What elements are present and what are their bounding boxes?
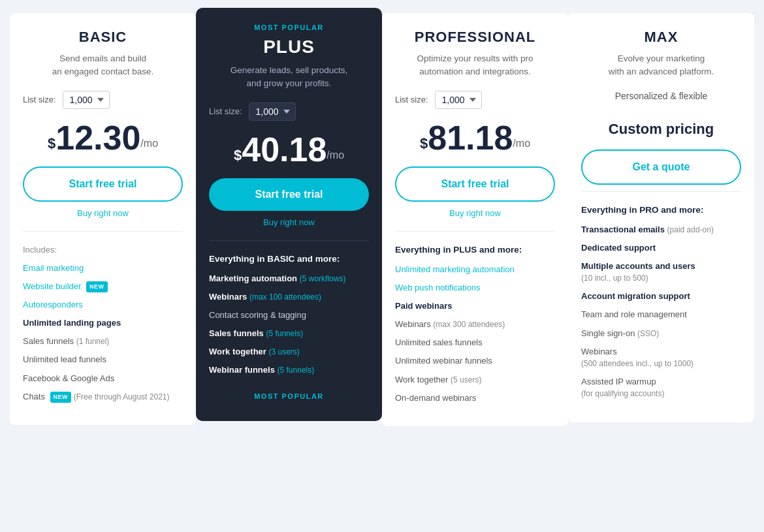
plan-professional-buy-link[interactable]: Buy right now bbox=[395, 208, 555, 218]
plan-basic-price-row: $ 12.30 /mo bbox=[23, 121, 183, 155]
plan-basic-buy-link[interactable]: Buy right now bbox=[23, 208, 183, 218]
plan-basic-includes-label: Includes: bbox=[23, 245, 183, 255]
feature-pro-push-link[interactable]: Web push notifications bbox=[395, 283, 481, 292]
plan-max-divider bbox=[581, 191, 741, 192]
plan-plus-listsize-select[interactable]: 1,000 2,500 5,000 bbox=[249, 102, 296, 121]
plan-basic-cta-button[interactable]: Start free trial bbox=[23, 166, 183, 202]
plan-basic-listsize-row: List size: 1,000 2,500 5,000 bbox=[23, 91, 183, 109]
plan-plus-listsize-row: List size: 1,000 2,500 5,000 bbox=[209, 102, 369, 121]
feature-basic-landing-pages-text: Unlimited landing pages bbox=[23, 318, 121, 328]
feature-basic-email-link[interactable]: Email marketing bbox=[23, 263, 84, 273]
feature-basic-chats-text: Chats bbox=[23, 392, 45, 401]
feature-max-webinars-sub: (500 attendees incl., up to 1000) bbox=[581, 359, 693, 368]
feature-plus-work-together: Work together (3 users) bbox=[209, 346, 369, 358]
plan-basic: BASIC Send emails and buildan engaged co… bbox=[10, 13, 196, 425]
feature-plus-work-together-text: Work together bbox=[209, 347, 266, 356]
feature-basic-chats: Chats NEW (Free through August 2021) bbox=[23, 391, 183, 403]
plan-max-personalized: Personalized & flexible bbox=[581, 91, 741, 101]
plan-professional-listsize-row: List size: 1,000 2,500 5,000 bbox=[395, 91, 555, 109]
feature-basic-chats-extra: (Free through August 2021) bbox=[74, 392, 170, 401]
feature-max-transactional: Transactional emails (paid add-on) bbox=[581, 224, 741, 236]
feature-basic-sales-funnels: Sales funnels (1 funnel) bbox=[23, 336, 183, 347]
plan-professional-desc: Optimize your results with proautomation… bbox=[395, 52, 555, 79]
plan-professional: PROFESSIONAL Optimize your results with … bbox=[382, 13, 568, 426]
feature-pro-push: Web push notifications bbox=[395, 282, 555, 294]
feature-max-ip-warmup: Assisted IP warmup (for qualifying accou… bbox=[581, 376, 741, 399]
feature-plus-webinar-funnels-text: Webinar funnels bbox=[209, 365, 275, 375]
plan-basic-desc: Send emails and buildan engaged contact … bbox=[23, 52, 183, 79]
feature-basic-lead-funnels: Unlimited lead funnels bbox=[23, 354, 183, 366]
feature-pro-unlimited-auto-link[interactable]: Unlimited marketing automation bbox=[395, 264, 515, 274]
plan-professional-includes-label: Everything in PLUS and more: bbox=[395, 245, 555, 255]
plan-basic-divider bbox=[23, 231, 183, 232]
plan-plus-price-amount: 40.18 bbox=[242, 133, 326, 166]
feature-plus-marketing-auto-text: Marketing automation bbox=[209, 274, 297, 283]
plan-plus: MOST POPULAR PLUS Generate leads, sell p… bbox=[196, 8, 382, 421]
plan-max-name: MAX bbox=[581, 29, 741, 46]
feature-plus-webinar-funnels-muted: (5 funnels) bbox=[278, 366, 315, 375]
plan-basic-listsize-label: List size: bbox=[23, 95, 56, 104]
plan-professional-name: PROFESSIONAL bbox=[395, 29, 555, 46]
plan-basic-price-period: /mo bbox=[140, 138, 158, 149]
feature-max-multiple-accounts: Multiple accounts and users (10 incl., u… bbox=[581, 260, 741, 284]
feature-basic-autoresponders: Autoresponders bbox=[23, 299, 183, 311]
feature-basic-fb-google-ads: Facebook & Google Ads bbox=[23, 373, 183, 384]
feature-basic-website-builder-link[interactable]: Website builder bbox=[23, 281, 81, 291]
feature-max-sso-muted: (SSO) bbox=[637, 329, 659, 338]
feature-max-dedicated-support: Dedicated support bbox=[581, 242, 741, 254]
plan-professional-price-amount: 81.18 bbox=[428, 121, 513, 155]
feature-pro-webinars-muted: (max 300 attendees) bbox=[433, 320, 505, 329]
feature-max-transactional-muted: (paid add-on) bbox=[667, 225, 714, 234]
feature-plus-webinars-muted: (max 100 attendees) bbox=[249, 292, 321, 302]
plan-plus-price-row: $ 40.18 /mo bbox=[209, 133, 369, 166]
feature-basic-chats-badge: NEW bbox=[50, 392, 72, 403]
plan-max-includes-label: Everything in PRO and more: bbox=[581, 205, 741, 215]
feature-max-team-role: Team and role management bbox=[581, 309, 741, 321]
plan-plus-name: PLUS bbox=[209, 37, 369, 57]
feature-pro-paid-webinars-text: Paid webinars bbox=[395, 301, 452, 311]
plan-plus-cta-button[interactable]: Start free trial bbox=[209, 178, 369, 211]
feature-max-dedicated-support-text: Dedicated support bbox=[581, 243, 656, 253]
plan-max: MAX Evolve your marketingwith an advance… bbox=[568, 13, 754, 422]
plan-plus-includes-label: Everything in BASIC and more: bbox=[209, 254, 369, 264]
feature-max-webinars: Webinars (500 attendees incl., up to 100… bbox=[581, 346, 741, 369]
plan-plus-buy-link[interactable]: Buy right now bbox=[209, 217, 369, 227]
feature-plus-work-together-muted: (3 users) bbox=[269, 347, 300, 356]
plan-professional-price-symbol: $ bbox=[420, 136, 428, 151]
plan-plus-desc: Generate leads, sell products,and grow y… bbox=[209, 64, 369, 91]
feature-plus-sales-funnels: Sales funnels (5 funnels) bbox=[209, 328, 369, 339]
feature-plus-marketing-auto-muted: (5 workflows) bbox=[300, 274, 346, 283]
feature-pro-on-demand-webinars: On-demand webinars bbox=[395, 392, 555, 404]
feature-max-ip-warmup-sub: (for qualifying accounts) bbox=[581, 389, 664, 398]
feature-plus-webinars-text: Webinars bbox=[209, 292, 247, 302]
plan-max-custom-pricing: Custom pricing bbox=[581, 121, 741, 138]
feature-max-sso: Single sign-on (SSO) bbox=[581, 328, 741, 339]
feature-plus-sales-funnels-text: Sales funnels bbox=[209, 328, 264, 338]
plan-basic-name: BASIC bbox=[23, 29, 183, 46]
plan-professional-cta-button[interactable]: Start free trial bbox=[395, 166, 555, 202]
plan-max-cta-button[interactable]: Get a quote bbox=[581, 149, 741, 185]
plan-professional-price-period: /mo bbox=[513, 138, 530, 149]
feature-pro-sales-funnels: Unlimited sales funnels bbox=[395, 337, 555, 349]
plan-plus-price-symbol: $ bbox=[234, 148, 242, 163]
feature-pro-webinars: Webinars (max 300 attendees) bbox=[395, 319, 555, 330]
pricing-container: BASIC Send emails and buildan engaged co… bbox=[10, 13, 754, 426]
feature-basic-email: Email marketing bbox=[23, 262, 183, 274]
feature-plus-webinars: Webinars (max 100 attendees) bbox=[209, 291, 369, 303]
feature-pro-paid-webinars: Paid webinars bbox=[395, 300, 555, 312]
feature-basic-landing-pages: Unlimited landing pages bbox=[23, 317, 183, 329]
feature-pro-work-together: Work together (5 users) bbox=[395, 374, 555, 386]
plan-basic-listsize-select[interactable]: 1,000 2,500 5,000 bbox=[63, 91, 110, 109]
feature-plus-sales-funnels-muted: (5 funnels) bbox=[266, 329, 303, 338]
feature-pro-unlimited-auto: Unlimited marketing automation bbox=[395, 264, 555, 275]
feature-max-transactional-text: Transactional emails bbox=[581, 225, 665, 234]
feature-max-multiple-accounts-sub: (10 incl., up to 500) bbox=[581, 274, 648, 283]
plan-basic-price-amount: 12.30 bbox=[56, 121, 140, 155]
feature-max-migration: Account migration support bbox=[581, 290, 741, 302]
feature-basic-autoresponders-link[interactable]: Autoresponders bbox=[23, 300, 83, 309]
feature-plus-webinar-funnels: Webinar funnels (5 funnels) bbox=[209, 364, 369, 376]
feature-basic-sales-funnels-muted: (1 funnel) bbox=[76, 337, 110, 346]
plan-professional-listsize-select[interactable]: 1,000 2,500 5,000 bbox=[435, 91, 482, 109]
plan-plus-listsize-label: List size: bbox=[209, 106, 242, 116]
plan-basic-price-symbol: $ bbox=[48, 136, 56, 151]
